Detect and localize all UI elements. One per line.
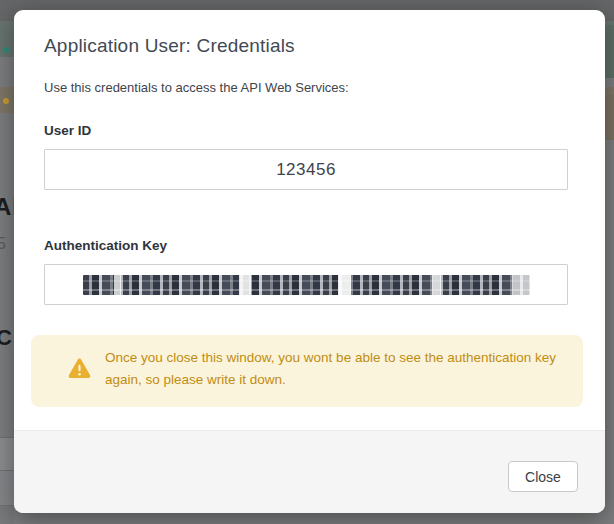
close-button[interactable]: Close xyxy=(508,461,578,492)
modal-subtitle: Use this credentials to access the API W… xyxy=(44,80,349,95)
modal-body: Application User: Credentials Use this c… xyxy=(14,10,605,430)
background-table-row xyxy=(0,505,14,524)
user-id-label: User ID xyxy=(44,123,91,138)
auth-key-label: Authentication Key xyxy=(44,238,167,253)
auth-key-field[interactable] xyxy=(44,264,568,305)
background-dot xyxy=(3,47,9,53)
background-table-row xyxy=(0,470,14,505)
background-band xyxy=(605,25,614,78)
background-text-fragment: C xyxy=(0,325,12,351)
warning-banner: Once you close this window, you wont be … xyxy=(31,335,583,407)
warning-text: Once you close this window, you wont be … xyxy=(105,347,583,391)
user-id-field[interactable]: 123456 xyxy=(44,149,568,190)
auth-key-redacted-value xyxy=(83,275,530,295)
background-band xyxy=(605,95,614,140)
modal-title: Application User: Credentials xyxy=(44,35,295,57)
background-table-row xyxy=(0,437,14,470)
modal-footer: Close xyxy=(14,430,605,513)
background-dot xyxy=(3,98,9,104)
user-id-value: 123456 xyxy=(276,160,336,180)
credentials-modal: Application User: Credentials Use this c… xyxy=(14,10,605,513)
background-text-fragment: 5 xyxy=(0,235,6,253)
warning-triangle-icon xyxy=(68,358,91,379)
